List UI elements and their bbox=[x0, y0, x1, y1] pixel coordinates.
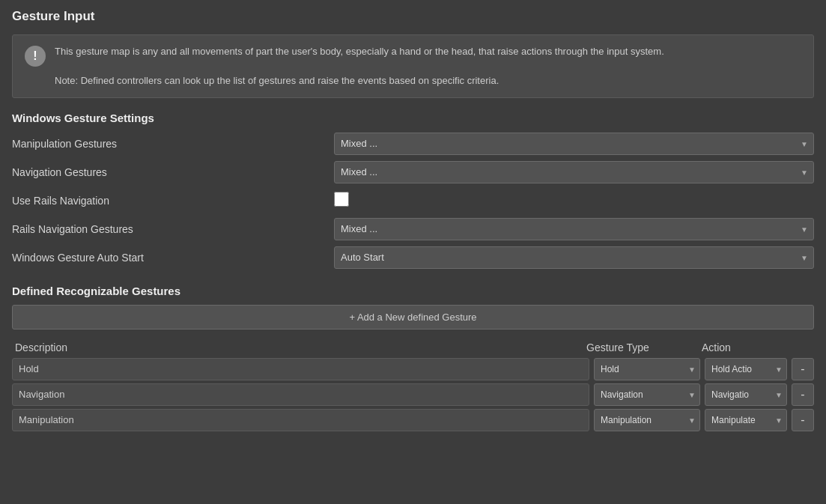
navigation-gestures-dropdown-wrapper: Mixed ... ▼ bbox=[334, 161, 814, 183]
use-rails-navigation-row: Use Rails Navigation bbox=[12, 189, 814, 213]
manipulation-delete-button[interactable]: - bbox=[792, 409, 814, 431]
navigation-description: Navigation bbox=[12, 383, 589, 406]
windows-gesture-settings-section: Windows Gesture Settings Manipulation Ge… bbox=[12, 112, 814, 270]
col-action-header: Action bbox=[702, 341, 784, 353]
windows-gesture-settings-title: Windows Gesture Settings bbox=[12, 112, 814, 124]
info-box: ! This gesture map is any and all moveme… bbox=[12, 34, 814, 98]
hold-gesture-type-wrapper: Hold ▼ bbox=[594, 358, 700, 380]
col-gesture-type-header: Gesture Type bbox=[586, 341, 697, 353]
defined-gestures-title: Defined Recognizable Gestures bbox=[12, 285, 814, 297]
navigation-delete-button[interactable]: - bbox=[792, 383, 814, 406]
rails-navigation-gestures-dropdown-wrapper: Mixed ... ▼ bbox=[334, 218, 814, 240]
add-gesture-button[interactable]: + Add a New defined Gesture bbox=[12, 305, 814, 330]
defined-gestures-section: Defined Recognizable Gestures + Add a Ne… bbox=[12, 285, 814, 431]
navigation-gestures-control: Mixed ... ▼ bbox=[334, 161, 814, 183]
manipulation-gestures-control: Mixed ... ▼ bbox=[334, 133, 814, 155]
use-rails-navigation-control bbox=[334, 192, 814, 209]
col-description-header: Description bbox=[15, 341, 586, 353]
manipulation-gestures-dropdown-wrapper: Mixed ... ▼ bbox=[334, 133, 814, 155]
manipulation-gesture-type-wrapper: Manipulation ▼ bbox=[594, 409, 700, 431]
windows-gesture-auto-start-row: Windows Gesture Auto Start Auto Start ▼ bbox=[12, 246, 814, 270]
manipulation-gestures-dropdown[interactable]: Mixed ... bbox=[334, 133, 814, 155]
info-text: This gesture map is any and all movement… bbox=[55, 44, 664, 88]
hold-action-dropdown[interactable]: Hold Actio bbox=[705, 358, 787, 380]
navigation-gesture-type-dropdown[interactable]: Navigation bbox=[594, 383, 700, 406]
rails-navigation-gestures-dropdown[interactable]: Mixed ... bbox=[334, 218, 814, 240]
table-row: Manipulation Manipulation ▼ Manipulate ▼… bbox=[12, 409, 814, 431]
manipulation-gestures-label: Manipulation Gestures bbox=[12, 138, 334, 150]
main-container: Gesture Input ! This gesture map is any … bbox=[0, 0, 826, 448]
hold-delete-button[interactable]: - bbox=[792, 358, 814, 380]
page-title: Gesture Input bbox=[12, 9, 814, 24]
navigation-gestures-dropdown[interactable]: Mixed ... bbox=[334, 161, 814, 183]
use-rails-navigation-checkbox[interactable] bbox=[334, 192, 349, 207]
manipulation-gestures-row: Manipulation Gestures Mixed ... ▼ bbox=[12, 132, 814, 156]
table-row: Hold Hold ▼ Hold Actio ▼ - bbox=[12, 358, 814, 380]
hold-description: Hold bbox=[12, 358, 589, 380]
table-header: Description Gesture Type Action bbox=[12, 341, 814, 353]
manipulation-action-dropdown[interactable]: Manipulate bbox=[705, 409, 787, 431]
info-text-line1: This gesture map is any and all movement… bbox=[55, 46, 664, 57]
rails-navigation-gestures-row: Rails Navigation Gestures Mixed ... ▼ bbox=[12, 217, 814, 241]
hold-gesture-type-dropdown[interactable]: Hold bbox=[594, 358, 700, 380]
navigation-action-dropdown[interactable]: Navigatio bbox=[705, 383, 787, 406]
windows-gesture-auto-start-control: Auto Start ▼ bbox=[334, 246, 814, 269]
navigation-gestures-row: Navigation Gestures Mixed ... ▼ bbox=[12, 160, 814, 184]
use-rails-navigation-label: Use Rails Navigation bbox=[12, 195, 334, 207]
hold-action-wrapper: Hold Actio ▼ bbox=[705, 358, 787, 380]
info-icon: ! bbox=[25, 46, 46, 67]
table-row: Navigation Navigation ▼ Navigatio ▼ - bbox=[12, 383, 814, 406]
navigation-gestures-label: Navigation Gestures bbox=[12, 166, 334, 178]
windows-gesture-auto-start-dropdown-wrapper: Auto Start ▼ bbox=[334, 246, 814, 269]
manipulation-action-wrapper: Manipulate ▼ bbox=[705, 409, 787, 431]
windows-gesture-auto-start-label: Windows Gesture Auto Start bbox=[12, 252, 334, 264]
info-text-line2: Note: Defined controllers can look up th… bbox=[55, 75, 499, 86]
navigation-action-wrapper: Navigatio ▼ bbox=[705, 383, 787, 406]
manipulation-description: Manipulation bbox=[12, 409, 589, 431]
navigation-gesture-type-wrapper: Navigation ▼ bbox=[594, 383, 700, 406]
manipulation-gesture-type-dropdown[interactable]: Manipulation bbox=[594, 409, 700, 431]
rails-navigation-gestures-label: Rails Navigation Gestures bbox=[12, 223, 334, 235]
rails-navigation-gestures-control: Mixed ... ▼ bbox=[334, 218, 814, 240]
windows-gesture-auto-start-dropdown[interactable]: Auto Start bbox=[334, 246, 814, 269]
